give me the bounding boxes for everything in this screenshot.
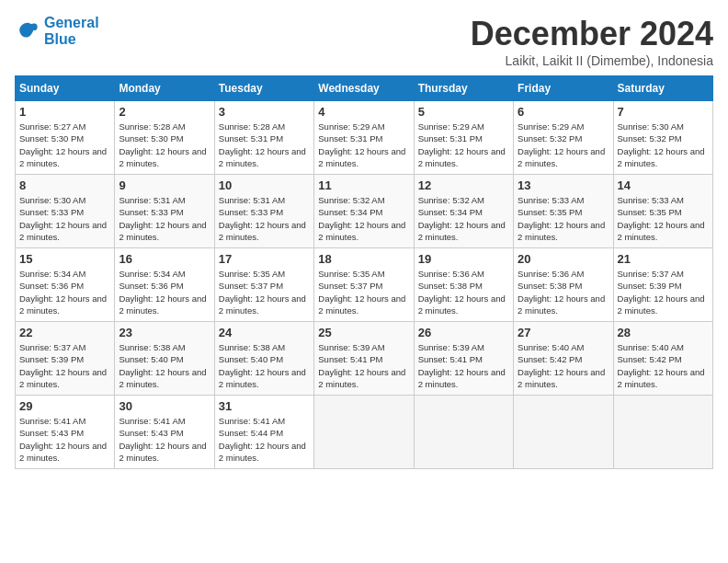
header-cell-sunday: Sunday <box>16 76 115 101</box>
day-number: 7 <box>618 105 709 119</box>
header-cell-tuesday: Tuesday <box>214 76 313 101</box>
calendar-week-2: 8 Sunrise: 5:30 AM Sunset: 5:33 PM Dayli… <box>16 175 713 248</box>
calendar-cell <box>613 396 712 469</box>
day-info: Sunrise: 5:33 AM Sunset: 5:35 PM Dayligh… <box>518 194 609 243</box>
day-number: 3 <box>219 105 310 119</box>
day-info: Sunrise: 5:29 AM Sunset: 5:31 PM Dayligh… <box>418 121 509 169</box>
calendar-cell: 7 Sunrise: 5:30 AM Sunset: 5:32 PM Dayli… <box>613 101 712 175</box>
calendar-cell: 24 Sunrise: 5:38 AM Sunset: 5:40 PM Dayl… <box>214 322 313 396</box>
day-info: Sunrise: 5:33 AM Sunset: 5:35 PM Dayligh… <box>618 194 709 243</box>
calendar-cell: 11 Sunrise: 5:32 AM Sunset: 5:34 PM Dayl… <box>314 175 414 248</box>
day-number: 9 <box>119 178 210 192</box>
day-number: 31 <box>219 399 310 413</box>
day-info: Sunrise: 5:36 AM Sunset: 5:38 PM Dayligh… <box>518 268 609 316</box>
header-cell-saturday: Saturday <box>613 76 712 101</box>
day-info: Sunrise: 5:31 AM Sunset: 5:33 PM Dayligh… <box>219 194 310 243</box>
calendar-cell: 10 Sunrise: 5:31 AM Sunset: 5:33 PM Dayl… <box>214 175 313 248</box>
calendar-cell: 31 Sunrise: 5:41 AM Sunset: 5:44 PM Dayl… <box>214 396 313 469</box>
calendar-cell: 26 Sunrise: 5:39 AM Sunset: 5:41 PM Dayl… <box>414 322 513 396</box>
calendar-cell: 30 Sunrise: 5:41 AM Sunset: 5:43 PM Dayl… <box>115 396 214 469</box>
calendar-header-row: SundayMondayTuesdayWednesdayThursdayFrid… <box>16 76 713 101</box>
header-cell-wednesday: Wednesday <box>314 76 414 101</box>
calendar-cell: 25 Sunrise: 5:39 AM Sunset: 5:41 PM Dayl… <box>314 322 414 396</box>
day-number: 24 <box>219 326 310 339</box>
day-number: 30 <box>119 399 210 413</box>
day-number: 10 <box>219 178 310 192</box>
day-number: 14 <box>618 178 709 192</box>
calendar-cell: 8 Sunrise: 5:30 AM Sunset: 5:33 PM Dayli… <box>16 175 115 248</box>
day-number: 8 <box>19 178 110 192</box>
header-cell-thursday: Thursday <box>414 76 513 101</box>
day-number: 25 <box>318 326 409 339</box>
day-number: 1 <box>19 105 110 119</box>
calendar-week-5: 29 Sunrise: 5:41 AM Sunset: 5:43 PM Dayl… <box>16 396 713 469</box>
day-info: Sunrise: 5:41 AM Sunset: 5:44 PM Dayligh… <box>219 415 310 464</box>
day-info: Sunrise: 5:38 AM Sunset: 5:40 PM Dayligh… <box>219 341 310 390</box>
calendar-table: SundayMondayTuesdayWednesdayThursdayFrid… <box>15 75 713 469</box>
calendar-cell: 16 Sunrise: 5:34 AM Sunset: 5:36 PM Dayl… <box>115 248 214 322</box>
day-number: 5 <box>418 105 509 119</box>
calendar-cell: 13 Sunrise: 5:33 AM Sunset: 5:35 PM Dayl… <box>514 175 613 248</box>
calendar-cell <box>514 396 613 469</box>
calendar-cell <box>314 396 414 469</box>
calendar-cell: 15 Sunrise: 5:34 AM Sunset: 5:36 PM Dayl… <box>16 248 115 322</box>
calendar-cell: 22 Sunrise: 5:37 AM Sunset: 5:39 PM Dayl… <box>16 322 115 396</box>
day-info: Sunrise: 5:28 AM Sunset: 5:31 PM Dayligh… <box>219 121 310 169</box>
calendar-cell: 12 Sunrise: 5:32 AM Sunset: 5:34 PM Dayl… <box>414 175 513 248</box>
day-info: Sunrise: 5:28 AM Sunset: 5:30 PM Dayligh… <box>119 121 210 169</box>
day-number: 22 <box>19 326 110 339</box>
calendar-cell: 18 Sunrise: 5:35 AM Sunset: 5:37 PM Dayl… <box>314 248 414 322</box>
day-number: 16 <box>119 252 210 266</box>
day-info: Sunrise: 5:32 AM Sunset: 5:34 PM Dayligh… <box>418 194 509 243</box>
calendar-week-1: 1 Sunrise: 5:27 AM Sunset: 5:30 PM Dayli… <box>16 101 713 175</box>
day-info: Sunrise: 5:34 AM Sunset: 5:36 PM Dayligh… <box>119 268 210 316</box>
calendar-cell: 1 Sunrise: 5:27 AM Sunset: 5:30 PM Dayli… <box>16 101 115 175</box>
calendar-cell: 5 Sunrise: 5:29 AM Sunset: 5:31 PM Dayli… <box>414 101 513 175</box>
calendar-cell: 4 Sunrise: 5:29 AM Sunset: 5:31 PM Dayli… <box>314 101 414 175</box>
day-number: 2 <box>119 105 210 119</box>
calendar-cell: 14 Sunrise: 5:33 AM Sunset: 5:35 PM Dayl… <box>613 175 712 248</box>
day-number: 21 <box>618 252 709 266</box>
day-info: Sunrise: 5:40 AM Sunset: 5:42 PM Dayligh… <box>618 341 709 390</box>
day-number: 15 <box>19 252 110 266</box>
title-area: December 2024 Laikit, Laikit II (Dimembe… <box>471 15 713 68</box>
day-info: Sunrise: 5:30 AM Sunset: 5:32 PM Dayligh… <box>618 121 709 169</box>
day-info: Sunrise: 5:40 AM Sunset: 5:42 PM Dayligh… <box>518 341 609 390</box>
calendar-cell: 29 Sunrise: 5:41 AM Sunset: 5:43 PM Dayl… <box>16 396 115 469</box>
day-info: Sunrise: 5:41 AM Sunset: 5:43 PM Dayligh… <box>19 415 110 464</box>
header-cell-friday: Friday <box>514 76 613 101</box>
day-number: 20 <box>518 252 609 266</box>
calendar-cell: 19 Sunrise: 5:36 AM Sunset: 5:38 PM Dayl… <box>414 248 513 322</box>
day-number: 26 <box>418 326 509 339</box>
day-number: 11 <box>318 178 409 192</box>
header-cell-monday: Monday <box>115 76 214 101</box>
day-number: 19 <box>418 252 509 266</box>
day-info: Sunrise: 5:32 AM Sunset: 5:34 PM Dayligh… <box>318 194 409 243</box>
day-number: 18 <box>318 252 409 266</box>
day-info: Sunrise: 5:39 AM Sunset: 5:41 PM Dayligh… <box>418 341 509 390</box>
day-number: 6 <box>518 105 609 119</box>
calendar-cell: 9 Sunrise: 5:31 AM Sunset: 5:33 PM Dayli… <box>115 175 214 248</box>
day-number: 28 <box>618 326 709 339</box>
day-info: Sunrise: 5:41 AM Sunset: 5:43 PM Dayligh… <box>119 415 210 464</box>
day-info: Sunrise: 5:34 AM Sunset: 5:36 PM Dayligh… <box>19 268 110 316</box>
calendar-cell: 3 Sunrise: 5:28 AM Sunset: 5:31 PM Dayli… <box>214 101 313 175</box>
calendar-cell <box>414 396 513 469</box>
calendar-cell: 28 Sunrise: 5:40 AM Sunset: 5:42 PM Dayl… <box>613 322 712 396</box>
logo: General Blue <box>15 15 99 47</box>
location-title: Laikit, Laikit II (Dimembe), Indonesia <box>471 53 713 68</box>
calendar-cell: 21 Sunrise: 5:37 AM Sunset: 5:39 PM Dayl… <box>613 248 712 322</box>
calendar-cell: 17 Sunrise: 5:35 AM Sunset: 5:37 PM Dayl… <box>214 248 313 322</box>
day-info: Sunrise: 5:27 AM Sunset: 5:30 PM Dayligh… <box>19 121 110 169</box>
calendar-cell: 6 Sunrise: 5:29 AM Sunset: 5:32 PM Dayli… <box>514 101 613 175</box>
logo-icon <box>15 18 40 44</box>
day-info: Sunrise: 5:39 AM Sunset: 5:41 PM Dayligh… <box>318 341 409 390</box>
calendar-week-4: 22 Sunrise: 5:37 AM Sunset: 5:39 PM Dayl… <box>16 322 713 396</box>
month-title: December 2024 <box>471 15 713 53</box>
day-info: Sunrise: 5:37 AM Sunset: 5:39 PM Dayligh… <box>618 268 709 316</box>
day-info: Sunrise: 5:29 AM Sunset: 5:31 PM Dayligh… <box>318 121 409 169</box>
day-info: Sunrise: 5:36 AM Sunset: 5:38 PM Dayligh… <box>418 268 509 316</box>
day-number: 17 <box>219 252 310 266</box>
calendar-cell: 27 Sunrise: 5:40 AM Sunset: 5:42 PM Dayl… <box>514 322 613 396</box>
day-info: Sunrise: 5:29 AM Sunset: 5:32 PM Dayligh… <box>518 121 609 169</box>
